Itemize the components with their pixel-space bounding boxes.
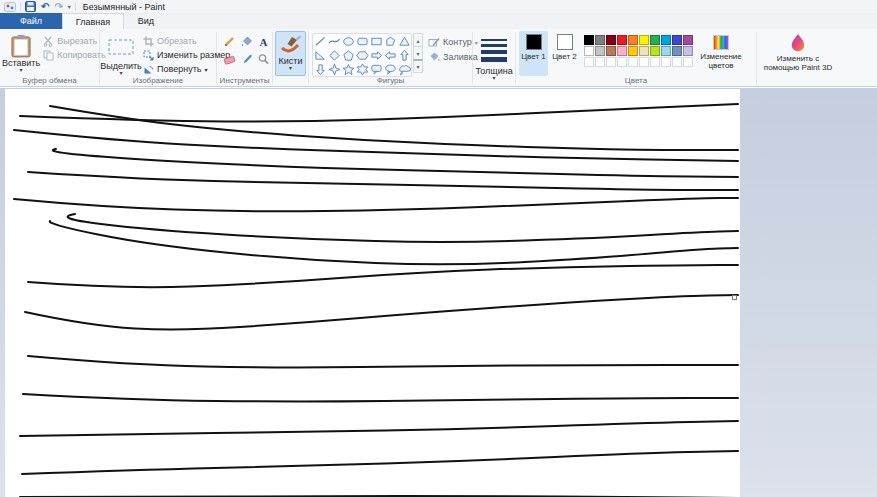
color2-button[interactable]: Цвет 2 [550, 31, 579, 76]
palette-empty-slot[interactable] [595, 57, 605, 67]
rotate-dropdown-icon: ▾ [204, 66, 207, 73]
palette-swatch[interactable] [628, 46, 638, 56]
palette-empty-slot[interactable] [661, 57, 671, 67]
paste-button[interactable]: Вставить ▾ [1, 31, 41, 76]
palette-empty-slot[interactable] [683, 57, 693, 67]
fill-tool[interactable] [238, 33, 254, 50]
palette-swatch[interactable] [584, 35, 594, 45]
shape-right-triangle[interactable] [313, 48, 327, 62]
size-button[interactable]: Толщина ▾ [476, 31, 512, 76]
color-picker-tool[interactable] [238, 51, 254, 68]
brushes-group: Кисти ▾ [274, 30, 307, 86]
palette-empty-slot[interactable] [650, 57, 660, 67]
rotate-label: Повернуть [157, 64, 201, 74]
palette-swatch[interactable] [683, 35, 693, 45]
palette-swatch[interactable] [595, 35, 605, 45]
edit-with-paint3d-button[interactable]: Изменить с помощью Paint 3D [761, 31, 835, 76]
edit-colors-label: Изменение цветов [696, 52, 746, 70]
shapes-group: ▴ ▾ ▾ Контур ▾ [310, 30, 471, 86]
shape-arrow-left[interactable] [383, 48, 397, 62]
palette-swatch[interactable] [584, 46, 594, 56]
shape-diamond[interactable] [327, 48, 341, 62]
palette-empty-slot[interactable] [606, 57, 616, 67]
palette-swatch[interactable] [650, 35, 660, 45]
palette-swatch[interactable] [617, 35, 627, 45]
palette-swatch[interactable] [639, 35, 649, 45]
ellipse-icon [342, 35, 355, 48]
shape-ellipse[interactable] [341, 34, 355, 48]
shape-callout-cloud[interactable] [397, 62, 411, 76]
color1-button[interactable]: Цвет 1 [519, 31, 548, 76]
group-separator [272, 32, 273, 84]
brushes-button[interactable]: Кисти ▾ [275, 31, 306, 76]
palette-swatch[interactable] [595, 46, 605, 56]
cut-button[interactable]: Вырезать [41, 34, 107, 48]
shape-callout-rounded[interactable] [369, 62, 383, 76]
tools-group-label: Инструменты [218, 76, 271, 85]
shape-arrow-up[interactable] [397, 48, 411, 62]
right-triangle-icon [314, 49, 327, 62]
palette-swatch[interactable] [672, 35, 682, 45]
shape-polygon[interactable] [383, 34, 397, 48]
palette-empty-slot[interactable] [639, 57, 649, 67]
scissors-icon [43, 36, 54, 47]
copy-button[interactable]: Копировать [41, 48, 107, 62]
shape-arrow-down[interactable] [313, 62, 327, 76]
shape-line[interactable] [313, 34, 327, 48]
palette-empty-slot[interactable] [628, 57, 638, 67]
drawing-canvas[interactable] [5, 89, 740, 497]
tools-group: A Инструменты [218, 30, 271, 86]
shape-arrow-right[interactable] [369, 48, 383, 62]
edit-colors-button[interactable]: Изменение цветов [696, 31, 746, 76]
toolbar-dropdown-icon[interactable]: ▾ [67, 1, 72, 13]
callout-oval-icon [384, 63, 397, 76]
tab-home[interactable]: Главная [62, 13, 124, 29]
shape-star-5[interactable] [341, 62, 355, 76]
outline-label: Контур [443, 37, 472, 47]
undo-icon[interactable]: ↶ [40, 1, 50, 13]
shape-triangle[interactable] [397, 34, 411, 48]
shape-star-6[interactable] [355, 62, 369, 76]
palette-swatch[interactable] [617, 46, 627, 56]
palette-empty-slot[interactable] [672, 57, 682, 67]
shapes-more-icon[interactable]: ▾ [413, 59, 423, 73]
select-button[interactable]: Выделить ▾ [101, 31, 141, 76]
palette-swatch[interactable] [672, 46, 682, 56]
paint-app-icon[interactable] [3, 1, 17, 13]
palette-swatch[interactable] [639, 46, 649, 56]
shape-hexagon[interactable] [355, 48, 369, 62]
magnifier-tool[interactable] [255, 51, 271, 68]
palette-swatch[interactable] [683, 46, 693, 56]
paint3d-icon [790, 33, 806, 53]
text-tool[interactable]: A [255, 33, 271, 50]
shapes-scroll-down-icon[interactable]: ▾ [413, 46, 423, 60]
curve-icon [328, 35, 341, 48]
redo-icon[interactable]: ↷ [53, 1, 63, 13]
eraser-tool[interactable] [221, 51, 237, 68]
save-icon[interactable] [24, 1, 37, 13]
clipboard-group: Вставить ▾ Вырезать Копировать [1, 30, 98, 86]
palette-empty-slot[interactable] [584, 57, 594, 67]
shape-rectangle[interactable] [369, 34, 383, 48]
image-group-label: Изображение [101, 76, 215, 85]
shape-curve[interactable] [327, 34, 341, 48]
shape-callout-oval[interactable] [383, 62, 397, 76]
color1-label: Цвет 1 [521, 52, 546, 61]
group-separator [756, 32, 757, 84]
palette-swatch[interactable] [628, 35, 638, 45]
shape-rounded-rectangle[interactable] [355, 34, 369, 48]
palette-swatch[interactable] [661, 35, 671, 45]
tab-view[interactable]: Вид [124, 13, 168, 29]
shape-star-4[interactable] [327, 62, 341, 76]
palette-swatch[interactable] [606, 35, 616, 45]
palette-swatch[interactable] [661, 46, 671, 56]
shapes-scroll-up-icon[interactable]: ▴ [413, 33, 423, 47]
rainbow-icon [713, 35, 729, 50]
shape-pentagon[interactable] [341, 48, 355, 62]
palette-empty-slot[interactable] [617, 57, 627, 67]
pencil-tool[interactable] [221, 33, 237, 50]
tab-file[interactable]: Файл [0, 13, 62, 29]
palette-swatch[interactable] [606, 46, 616, 56]
palette-swatch[interactable] [650, 46, 660, 56]
canvas-resize-handle[interactable] [732, 295, 737, 300]
